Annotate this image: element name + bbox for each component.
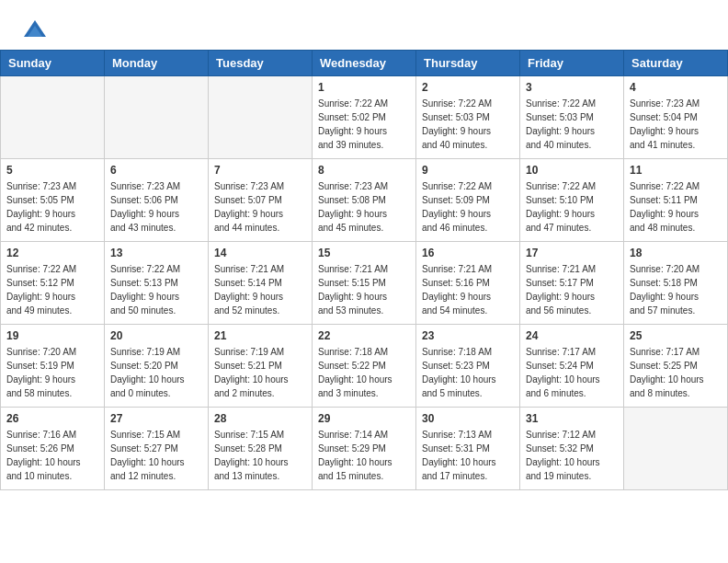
- calendar-cell: 11Sunrise: 7:22 AM Sunset: 5:11 PM Dayli…: [624, 159, 728, 242]
- calendar-cell: 30Sunrise: 7:13 AM Sunset: 5:31 PM Dayli…: [416, 408, 520, 490]
- day-info: Sunrise: 7:12 AM Sunset: 5:32 PM Dayligh…: [526, 428, 618, 483]
- day-info: Sunrise: 7:18 AM Sunset: 5:22 PM Dayligh…: [318, 345, 410, 400]
- logo-icon: [22, 17, 48, 42]
- day-number: 25: [630, 329, 722, 342]
- day-number: 18: [630, 247, 722, 259]
- day-number: 1: [318, 81, 410, 94]
- calendar-cell: 21Sunrise: 7:19 AM Sunset: 5:21 PM Dayli…: [209, 325, 313, 408]
- day-number: 29: [318, 412, 410, 425]
- day-number: 13: [110, 247, 202, 259]
- calendar-cell: 17Sunrise: 7:21 AM Sunset: 5:17 PM Dayli…: [520, 242, 624, 325]
- day-number: 6: [110, 164, 202, 177]
- day-info: Sunrise: 7:20 AM Sunset: 5:18 PM Dayligh…: [630, 262, 722, 317]
- day-number: 3: [526, 81, 618, 94]
- day-number: 24: [526, 329, 618, 342]
- calendar-cell: 25Sunrise: 7:17 AM Sunset: 5:25 PM Dayli…: [624, 325, 728, 408]
- day-info: Sunrise: 7:15 AM Sunset: 5:27 PM Dayligh…: [110, 428, 202, 483]
- calendar-week-row: 12Sunrise: 7:22 AM Sunset: 5:12 PM Dayli…: [1, 242, 728, 325]
- day-number: 15: [318, 247, 410, 259]
- day-of-week-header: Monday: [105, 51, 209, 76]
- calendar-week-row: 26Sunrise: 7:16 AM Sunset: 5:26 PM Dayli…: [1, 408, 728, 490]
- day-info: Sunrise: 7:17 AM Sunset: 5:25 PM Dayligh…: [630, 345, 722, 400]
- day-number: 7: [214, 164, 306, 177]
- day-info: Sunrise: 7:21 AM Sunset: 5:15 PM Dayligh…: [318, 262, 410, 317]
- calendar-cell: [624, 408, 728, 490]
- calendar-cell: 10Sunrise: 7:22 AM Sunset: 5:10 PM Dayli…: [520, 159, 624, 242]
- calendar-cell: 22Sunrise: 7:18 AM Sunset: 5:22 PM Dayli…: [313, 325, 416, 408]
- day-number: 17: [526, 247, 618, 259]
- page-header: [0, 0, 728, 50]
- calendar-cell: 28Sunrise: 7:15 AM Sunset: 5:28 PM Dayli…: [209, 408, 313, 490]
- day-number: 23: [422, 329, 514, 342]
- calendar-cell: 16Sunrise: 7:21 AM Sunset: 5:16 PM Dayli…: [416, 242, 520, 325]
- day-info: Sunrise: 7:22 AM Sunset: 5:10 PM Dayligh…: [526, 179, 618, 235]
- day-info: Sunrise: 7:22 AM Sunset: 5:12 PM Dayligh…: [6, 262, 98, 317]
- day-info: Sunrise: 7:15 AM Sunset: 5:28 PM Dayligh…: [214, 428, 306, 483]
- calendar-header-row: SundayMondayTuesdayWednesdayThursdayFrid…: [1, 51, 728, 76]
- day-of-week-header: Wednesday: [313, 51, 416, 76]
- day-info: Sunrise: 7:23 AM Sunset: 5:05 PM Dayligh…: [6, 179, 98, 235]
- calendar-cell: [1, 76, 105, 159]
- day-number: 21: [214, 329, 306, 342]
- day-info: Sunrise: 7:23 AM Sunset: 5:07 PM Dayligh…: [214, 179, 306, 235]
- day-info: Sunrise: 7:16 AM Sunset: 5:26 PM Dayligh…: [6, 428, 98, 483]
- calendar-week-row: 19Sunrise: 7:20 AM Sunset: 5:19 PM Dayli…: [1, 325, 728, 408]
- day-number: 5: [6, 164, 98, 177]
- day-info: Sunrise: 7:19 AM Sunset: 5:20 PM Dayligh…: [110, 345, 202, 400]
- calendar-week-row: 5Sunrise: 7:23 AM Sunset: 5:05 PM Daylig…: [1, 159, 728, 242]
- day-number: 30: [422, 412, 514, 425]
- calendar-cell: 9Sunrise: 7:22 AM Sunset: 5:09 PM Daylig…: [416, 159, 520, 242]
- logo: [22, 17, 51, 42]
- calendar-cell: 1Sunrise: 7:22 AM Sunset: 5:02 PM Daylig…: [313, 76, 416, 159]
- day-number: 31: [526, 412, 618, 425]
- day-number: 8: [318, 164, 410, 177]
- day-number: 11: [630, 164, 722, 177]
- day-of-week-header: Sunday: [1, 51, 105, 76]
- calendar-cell: 20Sunrise: 7:19 AM Sunset: 5:20 PM Dayli…: [105, 325, 209, 408]
- day-info: Sunrise: 7:23 AM Sunset: 5:08 PM Dayligh…: [318, 179, 410, 235]
- calendar-cell: 7Sunrise: 7:23 AM Sunset: 5:07 PM Daylig…: [209, 159, 313, 242]
- day-of-week-header: Tuesday: [209, 51, 313, 76]
- calendar-cell: [209, 76, 313, 159]
- day-number: 14: [214, 247, 306, 259]
- day-info: Sunrise: 7:13 AM Sunset: 5:31 PM Dayligh…: [422, 428, 514, 483]
- day-number: 26: [6, 412, 98, 425]
- day-info: Sunrise: 7:21 AM Sunset: 5:17 PM Dayligh…: [526, 262, 618, 317]
- day-info: Sunrise: 7:22 AM Sunset: 5:09 PM Dayligh…: [422, 179, 514, 235]
- day-info: Sunrise: 7:22 AM Sunset: 5:03 PM Dayligh…: [526, 97, 618, 152]
- day-of-week-header: Friday: [520, 51, 624, 76]
- calendar-cell: 3Sunrise: 7:22 AM Sunset: 5:03 PM Daylig…: [520, 76, 624, 159]
- calendar-cell: 29Sunrise: 7:14 AM Sunset: 5:29 PM Dayli…: [313, 408, 416, 490]
- day-number: 22: [318, 329, 410, 342]
- day-number: 19: [6, 329, 98, 342]
- calendar-cell: 26Sunrise: 7:16 AM Sunset: 5:26 PM Dayli…: [1, 408, 105, 490]
- day-info: Sunrise: 7:23 AM Sunset: 5:04 PM Dayligh…: [630, 97, 722, 152]
- day-info: Sunrise: 7:19 AM Sunset: 5:21 PM Dayligh…: [214, 345, 306, 400]
- calendar-cell: 8Sunrise: 7:23 AM Sunset: 5:08 PM Daylig…: [313, 159, 416, 242]
- day-info: Sunrise: 7:18 AM Sunset: 5:23 PM Dayligh…: [422, 345, 514, 400]
- day-number: 9: [422, 164, 514, 177]
- day-number: 28: [214, 412, 306, 425]
- calendar-cell: 13Sunrise: 7:22 AM Sunset: 5:13 PM Dayli…: [105, 242, 209, 325]
- calendar-cell: 2Sunrise: 7:22 AM Sunset: 5:03 PM Daylig…: [416, 76, 520, 159]
- calendar-cell: 4Sunrise: 7:23 AM Sunset: 5:04 PM Daylig…: [624, 76, 728, 159]
- calendar-cell: 14Sunrise: 7:21 AM Sunset: 5:14 PM Dayli…: [209, 242, 313, 325]
- calendar-cell: 19Sunrise: 7:20 AM Sunset: 5:19 PM Dayli…: [1, 325, 105, 408]
- calendar-cell: 12Sunrise: 7:22 AM Sunset: 5:12 PM Dayli…: [1, 242, 105, 325]
- day-info: Sunrise: 7:20 AM Sunset: 5:19 PM Dayligh…: [6, 345, 98, 400]
- day-number: 2: [422, 81, 514, 94]
- day-info: Sunrise: 7:22 AM Sunset: 5:11 PM Dayligh…: [630, 179, 722, 235]
- day-number: 20: [110, 329, 202, 342]
- day-number: 12: [6, 247, 98, 259]
- day-info: Sunrise: 7:23 AM Sunset: 5:06 PM Dayligh…: [110, 179, 202, 235]
- day-number: 4: [630, 81, 722, 94]
- calendar-week-row: 1Sunrise: 7:22 AM Sunset: 5:02 PM Daylig…: [1, 76, 728, 159]
- day-number: 10: [526, 164, 618, 177]
- day-info: Sunrise: 7:14 AM Sunset: 5:29 PM Dayligh…: [318, 428, 410, 483]
- calendar-cell: 27Sunrise: 7:15 AM Sunset: 5:27 PM Dayli…: [105, 408, 209, 490]
- calendar-cell: 24Sunrise: 7:17 AM Sunset: 5:24 PM Dayli…: [520, 325, 624, 408]
- calendar-cell: 15Sunrise: 7:21 AM Sunset: 5:15 PM Dayli…: [313, 242, 416, 325]
- calendar: SundayMondayTuesdayWednesdayThursdayFrid…: [0, 50, 728, 490]
- day-info: Sunrise: 7:22 AM Sunset: 5:02 PM Dayligh…: [318, 97, 410, 152]
- day-info: Sunrise: 7:21 AM Sunset: 5:14 PM Dayligh…: [214, 262, 306, 317]
